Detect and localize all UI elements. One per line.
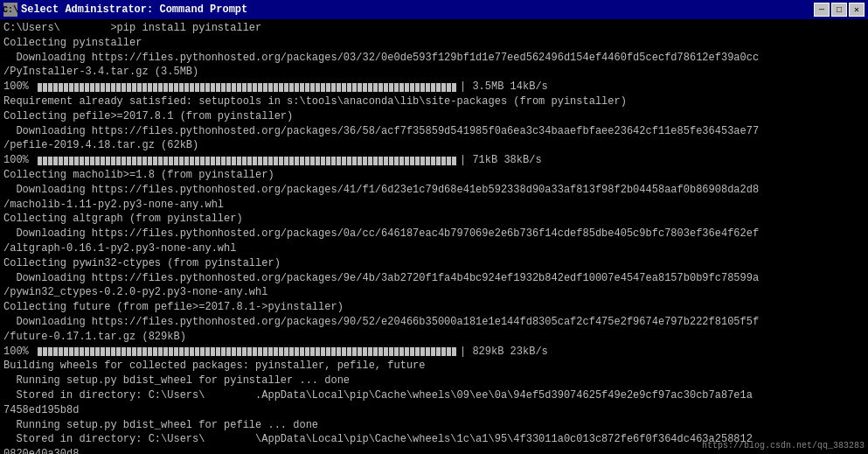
console-line: /pefile-2019.4.18.tar.gz (62kB) [3, 138, 865, 153]
console-line: Downloading https://files.pythonhosted.o… [3, 124, 865, 139]
console-line: Collecting pefile>=2017.8.1 (from pyinst… [3, 109, 865, 124]
window-controls[interactable]: ─ □ ✕ [814, 3, 865, 17]
console-line: Downloading https://files.pythonhosted.o… [3, 227, 865, 241]
console-line: Downloading https://files.pythonhosted.o… [3, 183, 865, 198]
watermark: https://blog.csdn.net/qq_383283 [702, 441, 865, 451]
console-line: Collecting macholib>=1.8 (from pyinstall… [3, 168, 865, 183]
progress-info: | 829kB 23kB/s [460, 345, 548, 360]
progress-info: | 3.5MB 14kB/s [460, 80, 548, 94]
console-line: /altgraph-0.16.1-py2.py3-none-any.whl [3, 241, 865, 256]
window-title: Select Administrator: Command Prompt [21, 3, 247, 16]
progress-line: 100% | 829kB 23kB/s [3, 345, 865, 360]
title-bar: C:\ Select Administrator: Command Prompt… [0, 0, 868, 19]
terminal-icon: C:\ [3, 3, 17, 17]
maximize-button[interactable]: □ [831, 3, 847, 17]
progress-pct: 100% [3, 80, 34, 94]
progress-bar [38, 347, 456, 356]
console-output: C:\Users\ >pip install pyinstallerCollec… [0, 19, 868, 454]
console-line: 7458ed195b8d [3, 403, 865, 418]
progress-pct: 100% [3, 153, 34, 168]
progress-pct: 100% [3, 345, 34, 360]
console-line: Collecting pywin32-ctypes (from pyinstal… [3, 256, 865, 271]
console-line: Downloading https://files.pythonhosted.o… [3, 51, 865, 66]
console-line: Collecting pyinstaller [3, 36, 865, 51]
console-line: /future-0.17.1.tar.gz (829kB) [3, 330, 865, 345]
progress-line: 100% | 3.5MB 14kB/s [3, 80, 865, 94]
minimize-button[interactable]: ─ [814, 3, 830, 17]
console-line: Stored in directory: C:\Users\ .AppData\… [3, 388, 865, 403]
console-line: C:\Users\ >pip install pyinstaller [3, 21, 865, 36]
close-button[interactable]: ✕ [849, 3, 865, 17]
console-line: Building wheels for collected packages: … [3, 359, 865, 374]
console-line: /PyInstaller-3.4.tar.gz (3.5MB) [3, 65, 865, 80]
progress-bar [38, 157, 456, 165]
progress-bar [38, 83, 456, 92]
console-line: Downloading https://files.pythonhosted.o… [3, 271, 865, 286]
title-bar-left: C:\ Select Administrator: Command Prompt [3, 3, 247, 17]
console-line: Running setup.py bdist_wheel for pyinsta… [3, 374, 865, 388]
console-line: /macholib-1.11-py2.py3-none-any.whl [3, 198, 865, 213]
console-line: Collecting future (from pefile>=2017.8.1… [3, 300, 865, 315]
console-line: Downloading https://files.pythonhosted.o… [3, 315, 865, 330]
console-line: /pywin32_ctypes-0.2.0-py2.py3-none-any.w… [3, 285, 865, 300]
window: C:\ Select Administrator: Command Prompt… [0, 0, 868, 454]
progress-line: 100% | 71kB 38kB/s [3, 153, 865, 168]
progress-info: | 71kB 38kB/s [460, 153, 542, 168]
console-line: Running setup.py bdist_wheel for pefile … [3, 418, 865, 433]
console-line: Collecting altgraph (from pyinstaller) [3, 212, 865, 227]
console-line: Requirement already satisfied: setuptool… [3, 94, 865, 109]
